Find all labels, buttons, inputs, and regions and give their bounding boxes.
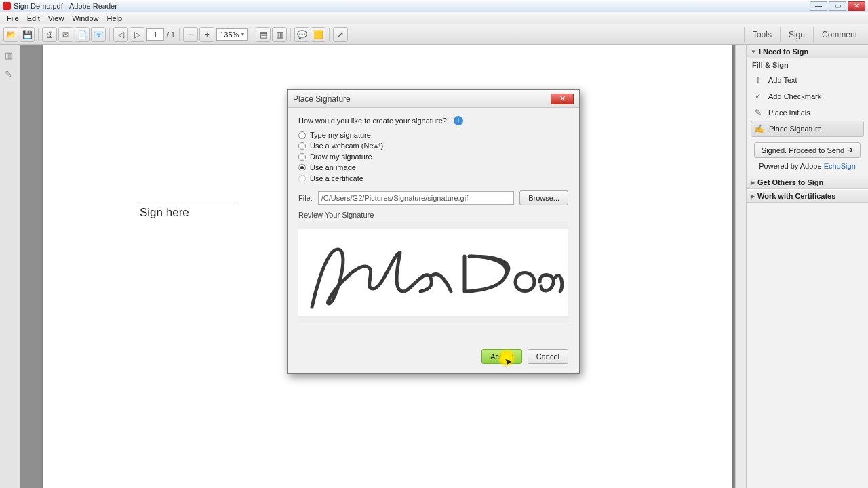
highlight-icon[interactable]: 🟨: [311, 27, 326, 42]
divider: [329, 28, 330, 41]
signature-preview: [298, 229, 568, 316]
sign-here-label: Sign here: [140, 206, 189, 220]
cancel-button[interactable]: Cancel: [528, 349, 568, 364]
dialog-titlebar[interactable]: Place Signature ✕: [288, 90, 579, 108]
menu-edit[interactable]: Edit: [23, 14, 44, 23]
section-need-to-sign[interactable]: ▼I Need to Sign: [747, 45, 868, 58]
fit-page-icon[interactable]: ▤: [256, 27, 271, 42]
save-icon[interactable]: 💾: [20, 27, 35, 42]
thumbnails-icon[interactable]: ▥: [5, 50, 16, 61]
section-get-others[interactable]: ▶Get Others to Sign: [747, 176, 868, 189]
arrow-right-icon: ➔: [847, 146, 853, 155]
attachments-icon[interactable]: ✎: [5, 69, 16, 80]
fit-width-icon[interactable]: ▥: [272, 27, 287, 42]
window-titlebar: Sign Demo.pdf - Adobe Reader — ▭ ✕: [0, 0, 868, 12]
zoom-select[interactable]: 135%▾: [216, 28, 248, 41]
signature-preview-frame: [298, 222, 568, 323]
file-label: File:: [298, 194, 313, 202]
radio-use-webcam[interactable]: Use a webcam (New!): [298, 140, 568, 151]
divider: [179, 28, 180, 41]
toolbar: 📂 💾 🖨 ✉ 📄 📧 ◁ ▷ / 1 − + 135%▾ ▤ ▥ 💬 🟨 ⤢ …: [0, 24, 868, 45]
section-certificates[interactable]: ▶Work with Certificates: [747, 189, 868, 203]
accept-button[interactable]: Accept ➤: [481, 349, 522, 364]
powered-by-label: Powered by Adobe EchoSign: [747, 161, 868, 176]
text-icon: T: [753, 75, 763, 85]
window-maximize-button[interactable]: ▭: [829, 1, 846, 11]
pdf-icon: [3, 2, 11, 10]
page-number-input[interactable]: [146, 28, 164, 41]
fill-sign-label: Fill & Sign: [747, 58, 868, 72]
zoom-in-icon[interactable]: +: [199, 27, 214, 42]
echosign-link[interactable]: EchoSign: [824, 162, 856, 170]
prev-page-icon[interactable]: ◁: [113, 27, 128, 42]
file-path-input[interactable]: [318, 191, 514, 205]
sidebar-item-add-text[interactable]: TAdd Text: [747, 72, 868, 88]
dialog-question: How would you like to create your signat…: [298, 117, 447, 125]
divider: [290, 28, 291, 41]
proceed-to-send-button[interactable]: Signed. Proceed to Send➔: [754, 142, 861, 158]
next-page-icon[interactable]: ▷: [130, 27, 144, 42]
open-icon[interactable]: 📂: [3, 27, 18, 42]
vertical-scrollbar[interactable]: [735, 45, 746, 488]
info-icon[interactable]: i: [454, 116, 463, 125]
convert-icon[interactable]: 📄: [75, 27, 90, 42]
radio-type-signature[interactable]: Type my signature: [298, 129, 568, 140]
radio-use-certificate: Use a certificate: [298, 173, 568, 184]
sidebar-item-add-checkmark[interactable]: ✓Add Checkmark: [747, 88, 868, 104]
sidebar-item-place-initials[interactable]: ✎Place Initials: [747, 104, 868, 121]
left-nav: ▥ ✎: [0, 45, 20, 488]
mail-icon[interactable]: 📧: [91, 27, 106, 42]
menu-window[interactable]: Window: [68, 14, 102, 23]
dialog-close-button[interactable]: ✕: [551, 94, 574, 104]
zoom-out-icon[interactable]: −: [183, 27, 198, 42]
window-minimize-button[interactable]: —: [810, 1, 827, 11]
comment-icon[interactable]: 💬: [294, 27, 309, 42]
read-mode-icon[interactable]: ⤢: [333, 27, 348, 42]
page-total-label: / 1: [167, 30, 175, 39]
checkmark-icon: ✓: [753, 92, 763, 101]
menu-bar: File Edit View Window Help: [0, 12, 868, 24]
print-icon[interactable]: 🖨: [42, 27, 57, 42]
browse-button[interactable]: Browse...: [519, 190, 568, 205]
tab-tools[interactable]: Tools: [744, 27, 780, 42]
email-icon[interactable]: ✉: [58, 27, 73, 42]
sidebar-item-place-signature[interactable]: ✍Place Signature: [751, 121, 864, 137]
signature-line: [140, 201, 235, 201]
radio-draw-signature[interactable]: Draw my signature: [298, 151, 568, 162]
menu-file[interactable]: File: [3, 14, 23, 23]
window-title: Sign Demo.pdf - Adobe Reader: [14, 2, 117, 10]
sign-panel: ▼I Need to Sign Fill & Sign TAdd Text ✓A…: [746, 45, 868, 488]
divider: [252, 28, 252, 41]
window-close-button[interactable]: ✕: [848, 1, 865, 11]
signature-icon: ✍: [754, 124, 764, 134]
menu-view[interactable]: View: [44, 14, 68, 23]
initials-icon: ✎: [753, 108, 763, 117]
divider: [38, 28, 39, 41]
review-label: Review Your Signature: [298, 211, 568, 219]
menu-help[interactable]: Help: [102, 14, 126, 23]
dialog-title: Place Signature: [293, 94, 351, 104]
divider: [109, 28, 110, 41]
tab-comment[interactable]: Comment: [813, 27, 865, 42]
tab-sign[interactable]: Sign: [780, 27, 813, 42]
radio-use-image[interactable]: Use an image: [298, 162, 568, 173]
place-signature-dialog: Place Signature ✕ How would you like to …: [287, 89, 580, 374]
